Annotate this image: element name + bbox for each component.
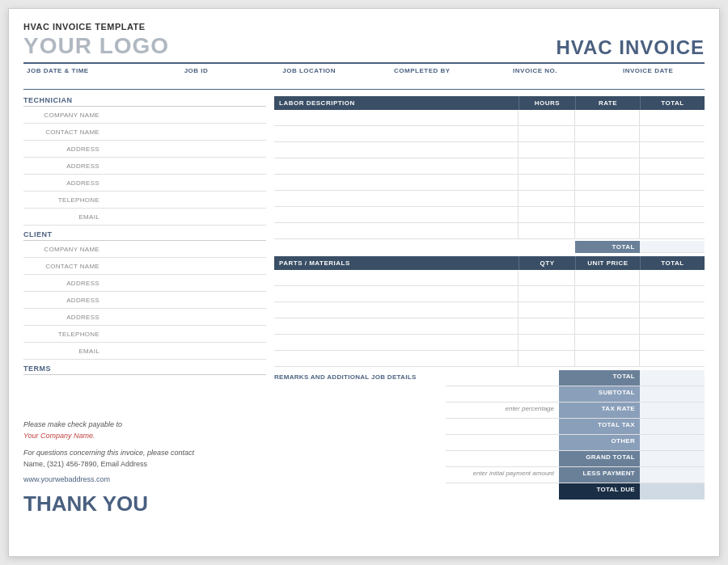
summary-other-value[interactable] xyxy=(640,435,705,450)
parts-row[interactable] xyxy=(274,302,705,318)
summary-other: OTHER xyxy=(446,435,705,451)
technician-section-title: TECHNICIAN xyxy=(23,96,266,107)
labor-total-row: TOTAL xyxy=(274,241,705,253)
summary-other-hint xyxy=(446,435,559,450)
terms-textarea[interactable] xyxy=(23,375,266,407)
parts-row[interactable] xyxy=(274,351,705,367)
footer-company-name: Your Company Name. xyxy=(23,430,266,441)
tech-email-row: EMAIL xyxy=(23,209,266,226)
client-email-value[interactable] xyxy=(104,343,266,359)
parts-row[interactable] xyxy=(274,286,705,302)
summary-subtotal-hint xyxy=(446,386,559,402)
info-job-id-label: JOB ID xyxy=(140,67,253,74)
summary-subtotal-value[interactable] xyxy=(640,386,705,402)
info-invoice-no: INVOICE NO. xyxy=(479,67,592,86)
summary-subtotal: SUBTOTAL xyxy=(446,386,705,403)
remarks-section: REMARKS AND ADDITIONAL JOB DETAILS xyxy=(274,370,446,500)
tech-address2-value[interactable] xyxy=(104,158,266,174)
info-invoice-no-label: INVOICE NO. xyxy=(479,67,592,74)
tech-address3-label: ADDRESS xyxy=(23,179,104,187)
labor-row[interactable] xyxy=(274,126,705,142)
summary-grand-total-value[interactable] xyxy=(640,451,705,466)
info-job-date-value[interactable] xyxy=(27,74,140,86)
client-address3-label: ADDRESS xyxy=(23,314,104,321)
client-telephone-label: TELEPHONE xyxy=(23,331,104,338)
labor-row[interactable] xyxy=(274,142,705,158)
client-address1-value[interactable] xyxy=(104,275,266,291)
info-bar: JOB DATE & TIME JOB ID JOB LOCATION COMP… xyxy=(23,62,705,90)
labor-row[interactable] xyxy=(274,158,705,175)
client-telephone-row: TELEPHONE xyxy=(23,326,266,343)
labor-total-label: TOTAL xyxy=(575,241,640,253)
tech-address3-value[interactable] xyxy=(104,175,266,191)
summary-tax-rate-value[interactable] xyxy=(640,403,705,418)
footer-text: Please make check payable to Your Compan… xyxy=(23,419,266,485)
summary-less-payment-value[interactable] xyxy=(640,467,705,483)
client-address2-row: ADDRESS xyxy=(23,292,266,309)
client-email-label: EMAIL xyxy=(23,348,104,355)
left-panel: TECHNICIAN COMPANY NAME CONTACT NAME ADD… xyxy=(23,96,266,517)
summary-section: TOTAL SUBTOTAL enter percentage TAX RATE xyxy=(446,370,705,500)
tech-contact-value[interactable] xyxy=(104,124,266,140)
info-job-id-value[interactable] xyxy=(140,74,253,86)
tech-address2-row: ADDRESS xyxy=(23,158,266,175)
summary-parts-total-label: TOTAL xyxy=(559,370,640,386)
labor-row[interactable] xyxy=(274,175,705,191)
footer-line1: Please make check payable to xyxy=(23,419,266,430)
parts-row[interactable] xyxy=(274,318,705,335)
labor-row[interactable] xyxy=(274,191,705,207)
info-invoice-no-value[interactable] xyxy=(479,74,592,86)
tech-address1-value[interactable] xyxy=(104,141,266,157)
summary-total-tax: TOTAL TAX xyxy=(446,419,705,435)
labor-row[interactable] xyxy=(274,110,705,126)
summary-grand-total: GRAND TOTAL xyxy=(446,451,705,467)
tech-email-value[interactable] xyxy=(104,209,266,225)
parts-row[interactable] xyxy=(274,335,705,351)
tech-company-value[interactable] xyxy=(104,107,266,123)
info-job-location-value[interactable] xyxy=(252,74,366,86)
terms-section: TERMS xyxy=(23,365,266,411)
terms-section-title: TERMS xyxy=(23,365,266,375)
summary-total-due: TOTAL DUE xyxy=(446,483,705,500)
labor-header-desc: LABOR DESCRIPTION xyxy=(274,96,518,110)
tech-company-label: COMPANY NAME xyxy=(23,112,104,119)
info-invoice-date-value[interactable] xyxy=(591,74,705,86)
client-company-label: COMPANY NAME xyxy=(23,246,104,253)
client-contact-value[interactable] xyxy=(104,258,266,274)
invoice-title: HVAC INVOICE xyxy=(556,36,705,59)
client-address1-row: ADDRESS xyxy=(23,275,266,292)
labor-header-rate: RATE xyxy=(575,96,640,110)
summary-tax-rate: enter percentage TAX RATE xyxy=(446,403,705,419)
footer-contact: Name, (321) 456-7890, Email Address xyxy=(23,458,266,470)
summary-parts-total-value[interactable] xyxy=(640,370,705,386)
summary-less-payment: enter initial payment amount LESS PAYMEN… xyxy=(446,467,705,483)
labor-row[interactable] xyxy=(274,223,705,239)
info-completed-by-label: COMPLETED BY xyxy=(366,67,479,74)
summary-total-tax-value[interactable] xyxy=(640,419,705,434)
info-completed-by: COMPLETED BY xyxy=(366,67,479,86)
tech-telephone-value[interactable] xyxy=(104,192,266,208)
labor-total-value[interactable] xyxy=(640,241,705,253)
summary-less-payment-label: LESS PAYMENT xyxy=(559,467,640,483)
footer-website: www.yourwebaddress.com xyxy=(23,474,266,485)
labor-row[interactable] xyxy=(274,207,705,223)
remarks-label: REMARKS AND ADDITIONAL JOB DETAILS xyxy=(274,373,446,381)
client-company-value[interactable] xyxy=(104,241,266,257)
info-job-date-label: JOB DATE & TIME xyxy=(27,67,140,74)
client-address3-value[interactable] xyxy=(104,309,266,325)
info-completed-by-value[interactable] xyxy=(366,74,479,86)
summary-total-due-value[interactable] xyxy=(640,483,705,500)
client-company-row: COMPANY NAME xyxy=(23,241,266,258)
client-telephone-value[interactable] xyxy=(104,326,266,342)
parts-row[interactable] xyxy=(274,270,705,286)
parts-header-total: TOTAL xyxy=(640,256,705,270)
tech-company-row: COMPANY NAME xyxy=(23,107,266,124)
summary-subtotal-label: SUBTOTAL xyxy=(559,386,640,402)
summary-parts-total-hint xyxy=(446,370,559,386)
invoice-page: HVAC INVOICE TEMPLATE YOUR LOGO HVAC INV… xyxy=(8,8,720,557)
client-address2-value[interactable] xyxy=(104,292,266,308)
logo-text: YOUR LOGO xyxy=(23,33,169,59)
summary-parts-total: TOTAL xyxy=(446,370,705,386)
tech-address2-label: ADDRESS xyxy=(23,162,104,170)
client-section-title: CLIENT xyxy=(23,230,266,241)
